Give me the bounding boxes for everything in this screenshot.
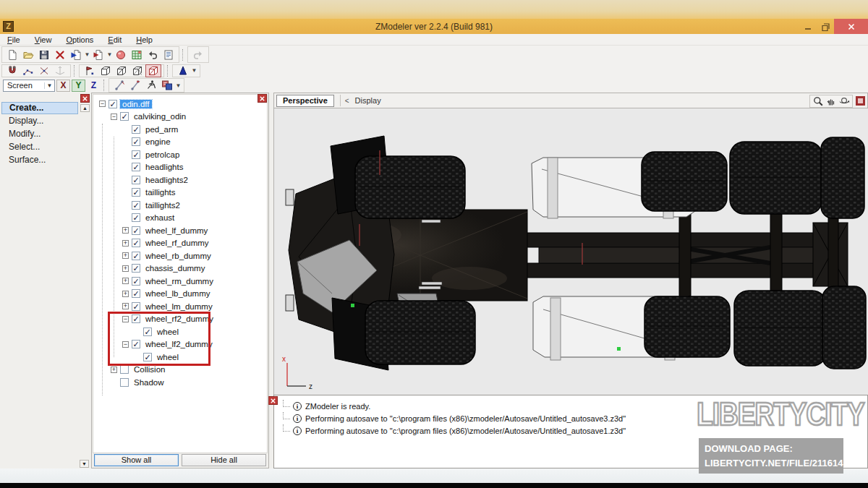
tree-node-label[interactable]: engine: [143, 137, 173, 146]
expand-icon[interactable]: +: [122, 252, 129, 259]
tree-row[interactable]: +✓wheel_rb_dummy: [93, 249, 267, 262]
tree-node-label[interactable]: wheel_lf2_dummy: [143, 340, 215, 348]
tree-node-label[interactable]: wheel_lm_dummy: [143, 302, 215, 311]
visibility-checkbox[interactable]: ✓: [132, 277, 140, 286]
box-solid-button[interactable]: [114, 64, 129, 77]
undo-button[interactable]: [145, 48, 161, 61]
scroll-down-button[interactable]: ▼: [80, 460, 89, 468]
material-grid-button[interactable]: [129, 48, 145, 61]
tree-row[interactable]: ✓petrolcap: [93, 148, 267, 161]
visibility-checkbox[interactable]: ✓: [132, 137, 140, 146]
log-doc-button[interactable]: [161, 48, 176, 61]
tree-row[interactable]: +✓wheel_lf_dummy: [93, 224, 267, 237]
tree-node-label[interactable]: wheel_rm_dummy: [143, 277, 216, 286]
bone-button[interactable]: [111, 79, 127, 92]
tree-row[interactable]: +✓wheel_rm_dummy: [93, 275, 267, 288]
viewport-breadcrumb[interactable]: < Display: [345, 96, 381, 105]
tree-row[interactable]: −✓wheel_lf2_dummy: [93, 338, 267, 351]
visibility-checkbox[interactable]: ✓: [143, 353, 152, 361]
tree-node-label[interactable]: taillights2: [143, 201, 182, 210]
expand-icon[interactable]: +: [122, 240, 129, 247]
menu-view[interactable]: View: [27, 35, 59, 44]
tree-row[interactable]: −✓wheel_rf2_dummy: [93, 313, 267, 326]
tree-node-label[interactable]: wheel_rf_dummy: [143, 239, 211, 247]
tree-node-label[interactable]: wheel: [155, 328, 181, 336]
visibility-checkbox[interactable]: [120, 378, 129, 387]
tree-node-label[interactable]: wheel_rf2_dummy: [143, 314, 216, 323]
tree-row[interactable]: +✓wheel_lm_dummy: [93, 300, 267, 313]
expand-icon[interactable]: +: [122, 291, 129, 297]
menu-help[interactable]: Help: [129, 35, 160, 44]
delete-button[interactable]: [52, 48, 68, 61]
runner-button[interactable]: [143, 79, 159, 92]
tree-row[interactable]: +✓chassis_dummy: [93, 262, 267, 275]
viewport-maximize-button[interactable]: [856, 96, 865, 106]
tree-node-label[interactable]: Shadow: [132, 378, 166, 387]
tree-row[interactable]: ✓headlights2: [93, 174, 267, 187]
visibility-checkbox[interactable]: ✓: [132, 125, 140, 134]
tree-panel-close-button[interactable]: [258, 94, 267, 103]
visibility-checkbox[interactable]: ✓: [143, 328, 152, 336]
visibility-checkbox[interactable]: ✓: [132, 176, 140, 184]
tree-node-label[interactable]: wheel: [155, 353, 181, 361]
tree-row[interactable]: ✓wheel: [93, 325, 267, 338]
back-arrow[interactable]: <: [345, 97, 349, 105]
expand-icon[interactable]: +: [122, 227, 129, 234]
menu-file[interactable]: File: [0, 35, 27, 44]
box-faces-button[interactable]: [129, 64, 145, 77]
magnet-button[interactable]: [4, 64, 20, 77]
3d-viewport[interactable]: x z: [273, 108, 868, 395]
tree-node-label[interactable]: headlights2: [143, 176, 190, 184]
tree-node-label[interactable]: ped_arm: [143, 125, 180, 134]
axis-y-button[interactable]: Y: [72, 80, 85, 92]
visibility-checkbox[interactable]: ✓: [132, 264, 140, 273]
visibility-checkbox[interactable]: ✓: [132, 252, 140, 260]
expand-icon[interactable]: +: [122, 265, 129, 272]
status-panel-close-button[interactable]: [268, 396, 278, 405]
pivot-button[interactable]: [82, 64, 98, 77]
visibility-checkbox[interactable]: ✓: [132, 163, 140, 171]
visibility-checkbox[interactable]: ✓: [132, 340, 140, 348]
sidebar-item-display[interactable]: Display...: [1, 115, 78, 127]
vertex-move-button[interactable]: [20, 64, 36, 77]
zoom-tool-button[interactable]: [812, 95, 825, 107]
cone-button[interactable]: [175, 64, 191, 77]
tree-row[interactable]: ✓taillights2: [93, 199, 267, 212]
tree-node-label[interactable]: calviking_odin: [132, 112, 188, 121]
sidebar-item-modify[interactable]: Modify...: [1, 128, 78, 140]
sidebar-close-button[interactable]: [80, 94, 90, 103]
tree-row[interactable]: ✓taillights: [93, 187, 267, 200]
tree-node-label[interactable]: petrolcap: [143, 150, 182, 159]
titlebar[interactable]: Z ZModeler ver 2.2.4 (Build 981): [0, 19, 868, 34]
menu-options[interactable]: Options: [59, 35, 101, 44]
axis-x-button[interactable]: X: [56, 80, 70, 92]
chevron-down-icon[interactable]: ▼: [84, 51, 90, 58]
record-sphere-button[interactable]: [113, 48, 129, 61]
chevron-down-icon[interactable]: ▼: [191, 67, 197, 74]
pan-tool-button[interactable]: [825, 95, 838, 107]
visibility-checkbox[interactable]: [120, 365, 129, 374]
show-all-button[interactable]: Show all: [94, 454, 179, 466]
anim-set-button[interactable]: [159, 79, 175, 92]
expand-icon[interactable]: +: [122, 278, 129, 284]
tree-row[interactable]: ✓engine: [93, 136, 267, 149]
open-folder-button[interactable]: [20, 48, 36, 61]
box-selected-button[interactable]: [145, 64, 161, 77]
tree-row[interactable]: −✓odin.dff: [93, 98, 267, 111]
tree-row[interactable]: ✓wheel: [93, 351, 267, 364]
redo-button[interactable]: [190, 48, 206, 61]
collapse-icon[interactable]: −: [122, 316, 129, 322]
tree-node-label[interactable]: wheel_lf_dummy: [143, 226, 210, 235]
tree-node-label[interactable]: wheel_rb_dummy: [143, 252, 213, 260]
visibility-checkbox[interactable]: ✓: [132, 239, 140, 247]
export-button[interactable]: [90, 48, 106, 61]
collapse-icon[interactable]: −: [122, 341, 129, 348]
visibility-checkbox[interactable]: ✓: [132, 188, 140, 197]
visibility-checkbox[interactable]: ✓: [132, 314, 140, 323]
tree-node-label[interactable]: taillights: [143, 188, 178, 197]
box-wire-button[interactable]: [98, 64, 114, 77]
tree-row[interactable]: +✓wheel_rf_dummy: [93, 237, 267, 250]
tree-row[interactable]: ✓exhaust: [93, 212, 267, 225]
tree-node-label[interactable]: wheel_lb_dummy: [143, 289, 213, 298]
new-file-button[interactable]: [4, 48, 20, 61]
